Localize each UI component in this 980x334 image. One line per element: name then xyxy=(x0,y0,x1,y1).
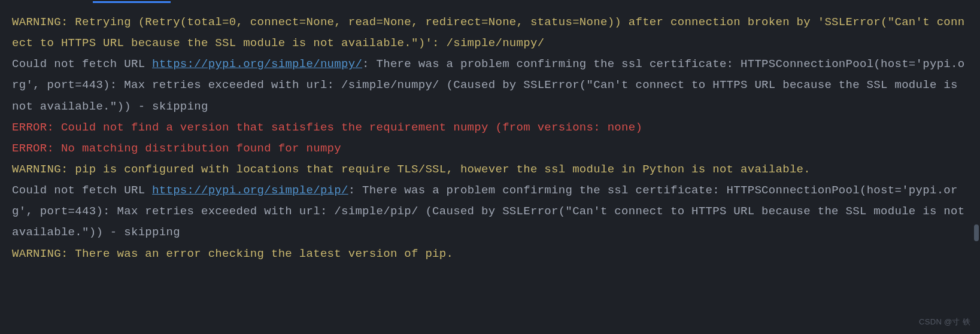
url-link[interactable]: https://pypi.org/simple/pip/ xyxy=(152,184,348,197)
terminal-line: ERROR: Could not find a version that sat… xyxy=(12,117,968,138)
terminal-line: Could not fetch URL https://pypi.org/sim… xyxy=(12,54,968,117)
terminal-output: WARNING: Retrying (Retry(total=0, connec… xyxy=(12,12,968,265)
terminal-line: ERROR: No matching distribution found fo… xyxy=(12,138,968,159)
scrollbar-thumb[interactable] xyxy=(974,224,979,241)
active-tab-indicator xyxy=(93,1,171,3)
terminal-line: WARNING: Retrying (Retry(total=0, connec… xyxy=(12,12,968,54)
url-link[interactable]: https://pypi.org/simple/numpy/ xyxy=(152,57,362,71)
warning-text: WARNING: Retrying (Retry(total=0, connec… xyxy=(12,16,964,50)
output-text: Could not fetch URL xyxy=(12,57,152,71)
error-text: ERROR: No matching distribution found fo… xyxy=(12,142,341,155)
terminal-line: WARNING: There was an error checking the… xyxy=(12,244,968,265)
watermark: CSDN @寸 铁 xyxy=(919,315,970,329)
warning-text: WARNING: There was an error checking the… xyxy=(12,247,453,260)
terminal-line: WARNING: pip is configured with location… xyxy=(12,159,968,180)
output-text: Could not fetch URL xyxy=(12,184,152,197)
terminal-line: Could not fetch URL https://pypi.org/sim… xyxy=(12,180,968,243)
error-text: ERROR: Could not find a version that sat… xyxy=(12,121,642,134)
warning-text: WARNING: pip is configured with location… xyxy=(12,163,811,176)
